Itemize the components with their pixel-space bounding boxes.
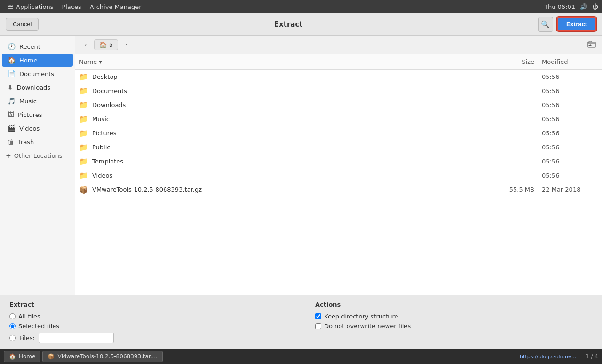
extract-button[interactable]: Extract: [557, 17, 596, 31]
files-input-row: Files:: [9, 333, 287, 343]
files-input[interactable]: [39, 333, 114, 343]
table-row[interactable]: 📁Desktop05:56: [75, 70, 602, 84]
dialog-title: Extract: [39, 20, 538, 29]
pictures-icon: 🖼: [8, 111, 14, 118]
table-row[interactable]: 📁Documents05:56: [75, 84, 602, 98]
file-modified: 22 Mar 2018: [542, 186, 598, 193]
file-name: VMwareTools-10.2.5-8068393.tar.gz: [92, 186, 495, 193]
all-files-radio[interactable]: [9, 313, 16, 319]
extract-section: Extract All files Selected files Files:: [9, 301, 287, 343]
file-name: Downloads: [92, 101, 495, 108]
back-icon: ‹: [85, 41, 87, 48]
sidebar-home-label: Home: [19, 57, 37, 64]
new-folder-icon: [587, 40, 596, 50]
file-modified: 05:56: [542, 73, 598, 80]
no-overwrite-checkbox[interactable]: [315, 323, 321, 329]
main-window: Cancel Extract 🔍 Extract 🕐 Recent 🏠 Home…: [0, 13, 602, 349]
add-icon: +: [6, 152, 11, 159]
header-right: 🔍 Extract: [538, 17, 596, 32]
sidebar-item-videos[interactable]: 🎬 Videos: [2, 122, 73, 135]
table-row[interactable]: 📁Pictures05:56: [75, 126, 602, 140]
actions-section: Actions Keep directory structure Do not …: [315, 301, 593, 343]
menubar-archive-manager[interactable]: Archive Manager: [86, 2, 145, 11]
file-modified: 05:56: [542, 130, 598, 137]
taskbar-home-icon: 🏠: [9, 353, 16, 360]
sidebar-item-other-locations[interactable]: + Other Locations: [0, 149, 75, 162]
sidebar-item-home[interactable]: 🏠 Home: [2, 54, 73, 67]
table-row[interactable]: 📁Videos05:56: [75, 168, 602, 182]
taskbar-vmware[interactable]: 📦 VMwareTools-10.2.5-8068393.tar....: [42, 351, 163, 362]
sidebar-item-pictures[interactable]: 🖼 Pictures: [2, 108, 73, 121]
menubar-applications-label: Applications: [16, 3, 53, 10]
col-size-header[interactable]: Size: [495, 58, 542, 65]
column-headers: Name ▾ Size Modified: [75, 54, 602, 70]
volume-icon[interactable]: 🔊: [580, 3, 587, 10]
files-radio[interactable]: [9, 335, 16, 341]
col-size-label: Size: [522, 58, 534, 65]
taskbar-home[interactable]: 🏠 Home: [4, 351, 40, 362]
file-name: Music: [92, 116, 495, 123]
table-row[interactable]: 📦VMwareTools-10.2.5-8068393.tar.gz55.5 M…: [75, 182, 602, 196]
folder-icon: 📁: [79, 157, 88, 166]
folder-icon: 📁: [79, 86, 88, 95]
content-area: 🕐 Recent 🏠 Home 📄 Documents ⬇ Downloads …: [0, 36, 602, 295]
recent-icon: 🕐: [8, 43, 16, 50]
selected-files-radio[interactable]: [9, 323, 16, 329]
all-files-row: All files: [9, 313, 287, 320]
sidebar-item-music[interactable]: 🎵 Music: [2, 94, 73, 108]
sidebar-other-locations-label: Other Locations: [14, 152, 63, 159]
table-row[interactable]: 📁Public05:56: [75, 140, 602, 154]
home-icon: 🏠: [8, 56, 16, 64]
file-name: Public: [92, 144, 495, 151]
col-modified-header[interactable]: Modified: [542, 58, 598, 65]
cancel-button[interactable]: Cancel: [6, 18, 39, 31]
status-url: https://blog.csdn.ne...: [520, 354, 576, 360]
col-name-header[interactable]: Name ▾: [79, 58, 495, 65]
sort-icon: ▾: [99, 58, 102, 65]
selected-files-row: Selected files: [9, 323, 287, 330]
files-label: Files:: [19, 334, 35, 341]
sidebar-item-recent[interactable]: 🕐 Recent: [2, 40, 73, 53]
downloads-icon: ⬇: [8, 84, 13, 91]
back-button[interactable]: ‹: [79, 39, 92, 52]
taskbar-right: https://blog.csdn.ne... 1 / 4: [520, 353, 598, 360]
file-name: Desktop: [92, 73, 495, 80]
clock: Thu 06:01: [544, 3, 575, 10]
search-icon: 🔍: [541, 20, 550, 29]
taskbar-vmware-icon: 📦: [48, 353, 55, 360]
headerbar: Cancel Extract 🔍 Extract: [0, 13, 602, 36]
keep-dir-checkbox[interactable]: [315, 313, 321, 319]
all-files-label: All files: [18, 313, 40, 320]
folder-icon: 📁: [79, 171, 88, 180]
table-row[interactable]: 📁Templates05:56: [75, 154, 602, 168]
file-browser: ‹ 🏠 tr ›: [75, 36, 602, 295]
breadcrumb-home-button[interactable]: 🏠 tr: [94, 39, 118, 50]
sidebar-pictures-label: Pictures: [18, 111, 42, 118]
menubar-left: 🗃 Applications Places Archive Manager: [4, 2, 145, 11]
power-icon[interactable]: ⏻: [592, 3, 598, 10]
table-row[interactable]: 📁Music05:56: [75, 112, 602, 126]
sidebar-item-trash[interactable]: 🗑 Trash: [2, 135, 73, 148]
file-modified: 05:56: [542, 172, 598, 179]
sidebar-documents-label: Documents: [19, 70, 54, 77]
menubar-applications[interactable]: 🗃 Applications: [4, 2, 57, 11]
sidebar-item-documents[interactable]: 📄 Documents: [2, 67, 73, 80]
taskbar: 🏠 Home 📦 VMwareTools-10.2.5-8068393.tar.…: [0, 349, 602, 364]
folder-icon: 📁: [79, 143, 88, 152]
menubar-right: Thu 06:01 🔊 ⏻: [544, 3, 598, 10]
sidebar-downloads-label: Downloads: [17, 84, 50, 91]
menubar-places-label: Places: [62, 3, 81, 10]
no-overwrite-row: Do not overwrite newer files: [315, 323, 593, 330]
breadcrumb-label: tr: [109, 41, 113, 48]
new-folder-button[interactable]: [585, 39, 598, 52]
menubar-places[interactable]: Places: [58, 2, 85, 11]
file-modified: 05:56: [542, 116, 598, 123]
selected-files-label: Selected files: [18, 323, 59, 330]
nav-bar: ‹ 🏠 tr ›: [75, 36, 602, 54]
file-list: 📁Desktop05:56📁Documents05:56📁Downloads05…: [75, 70, 602, 295]
table-row[interactable]: 📁Downloads05:56: [75, 98, 602, 112]
sidebar-item-downloads[interactable]: ⬇ Downloads: [2, 81, 73, 94]
bottom-panel: Extract All files Selected files Files: …: [0, 295, 602, 349]
forward-button[interactable]: ›: [120, 39, 133, 52]
search-button[interactable]: 🔍: [538, 17, 553, 32]
